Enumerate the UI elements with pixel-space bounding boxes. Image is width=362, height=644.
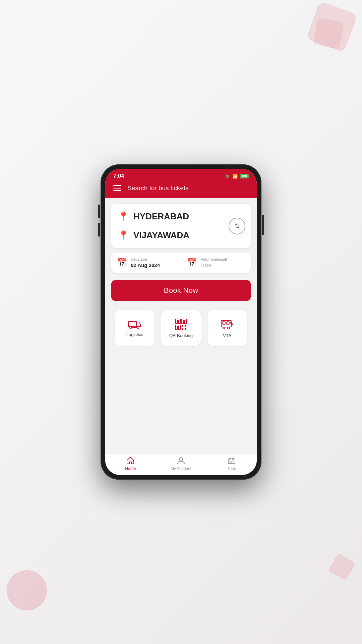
departure-calendar-icon: 📅 — [117, 258, 127, 267]
home-icon — [126, 456, 135, 465]
svg-point-20 — [179, 458, 183, 461]
qr-booking-icon — [175, 318, 187, 330]
account-icon — [177, 456, 185, 465]
svg-rect-5 — [177, 320, 179, 323]
logistics-icon — [128, 319, 141, 329]
trips-icon — [227, 456, 236, 465]
qr-booking-label: QR Booking — [169, 333, 193, 338]
svg-point-1 — [130, 326, 132, 328]
return-section[interactable]: 📅 Return(optional) Date — [181, 253, 251, 273]
vts-label: VTS — [223, 333, 231, 338]
mute-icon: 🔕 — [225, 174, 230, 179]
qr-booking-tile[interactable]: QR Booking — [161, 310, 201, 346]
departure-section[interactable]: 📅 Departure 02 Aug 2024 — [111, 253, 181, 273]
hamburger-menu[interactable] — [113, 185, 121, 191]
svg-rect-10 — [182, 325, 183, 327]
svg-rect-9 — [177, 326, 179, 329]
nav-home-label: Home — [125, 466, 136, 471]
swap-button[interactable]: ⇅ — [229, 218, 245, 234]
nav-account-label: My Account — [171, 466, 191, 471]
svg-point-19 — [231, 324, 232, 325]
svg-rect-0 — [128, 321, 136, 327]
logistics-tile[interactable]: Logistics — [115, 310, 155, 346]
svg-rect-16 — [227, 322, 229, 324]
return-calendar-icon: 📅 — [187, 258, 197, 267]
svg-rect-13 — [185, 328, 186, 330]
nav-my-account[interactable]: My Account — [156, 456, 206, 471]
nav-trips-label: Trips — [227, 466, 236, 471]
route-card: 📍 HYDERABAD 📍 VIJAYAWADA ⇅ — [111, 204, 251, 248]
return-label: Return(optional) — [201, 257, 227, 261]
to-city: VIJAYAWADA — [133, 230, 189, 240]
svg-point-2 — [137, 326, 139, 328]
status-time: 7:04 — [113, 173, 124, 179]
book-now-button[interactable]: Book Now — [111, 280, 251, 301]
from-route-item[interactable]: 📍 HYDERABAD — [118, 207, 244, 226]
from-pin-icon: 📍 — [118, 211, 129, 222]
to-route-item[interactable]: 📍 VIJAYAWADA — [118, 226, 244, 245]
page-title: Search for bus tickets — [127, 184, 189, 192]
feature-tiles: Logistics — [111, 310, 251, 346]
wifi-icon: 📶 — [232, 174, 238, 179]
svg-rect-11 — [185, 325, 186, 327]
from-city: HYDERABAD — [133, 211, 189, 222]
return-date-placeholder: Date — [201, 262, 227, 268]
vts-icon — [221, 318, 234, 330]
to-pin-icon: 📍 — [118, 230, 129, 240]
nav-trips[interactable]: Trips — [206, 456, 257, 471]
departure-date: 02 Aug 2024 — [131, 262, 160, 268]
battery-indicator: 100 — [240, 174, 249, 178]
svg-point-17 — [223, 327, 225, 329]
svg-rect-12 — [182, 328, 183, 330]
svg-point-18 — [228, 327, 230, 329]
vts-tile[interactable]: VTS — [207, 310, 247, 346]
bottom-nav: Home My Account — [105, 453, 257, 475]
departure-label: Departure — [131, 257, 160, 261]
svg-rect-15 — [223, 322, 225, 324]
logistics-label: Logistics — [126, 332, 143, 337]
svg-rect-7 — [183, 320, 185, 323]
date-card: 📅 Departure 02 Aug 2024 📅 Return(optiona… — [111, 253, 251, 273]
nav-home[interactable]: Home — [105, 456, 156, 471]
